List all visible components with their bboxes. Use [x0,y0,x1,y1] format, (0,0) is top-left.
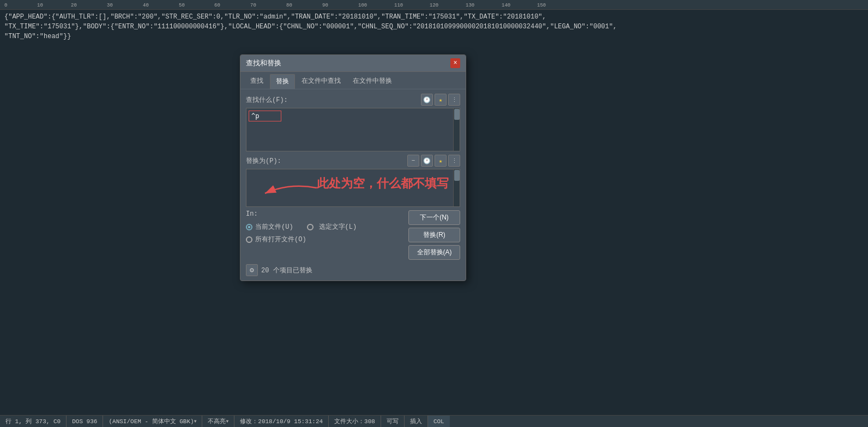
next-button[interactable]: 下一个(N) [408,210,460,225]
ruler-mark: 150 [537,3,546,8]
dialog-close-button[interactable]: × [450,58,460,68]
dialog-body: 查找什么(F): 🕐 ★ ⋮ 替换为(P): − 🕐 ★ ⋮ [240,89,466,280]
ruler: 0 10 20 30 40 50 60 70 80 90 100 110 120… [0,0,868,10]
ruler-mark: 10 [37,3,43,8]
dialog-tabs: 查找 替换 在文件中查找 在文件中替换 [240,72,466,89]
find-what-row: 查找什么(F): 🕐 ★ ⋮ [246,94,460,106]
radio-current-file-label: 当前文件(U) [255,222,293,231]
replace-scrollbar-thumb [454,170,460,181]
radio-all-files[interactable]: 所有打开文件(O) [246,235,357,244]
status-insert-mode: 插入 [405,416,428,427]
tab-replace[interactable]: 替换 [270,74,295,89]
replace-with-label: 替换为(P): [246,156,290,166]
replace-all-button[interactable]: 全部替换(A) [408,245,460,260]
ruler-mark: 80 [286,3,292,8]
status-highlight[interactable]: 不高亮 ▼ [202,416,234,427]
find-history-button[interactable]: 🕐 [421,94,433,106]
status-position: 行 1, 列 373, C0 [0,416,67,427]
code-line-3: "TNT_NO":"head"}} [4,32,864,41]
radio-selected-text-label: 选定文字(L) [319,222,357,231]
code-line-2: "TX_TIME":"175031"},"BODY":{"ENTR_NO":"1… [4,22,864,32]
find-what-label: 查找什么(F): [246,95,290,105]
replace-with-row: 替换为(P): − 🕐 ★ ⋮ [246,155,460,167]
replace-icons: − 🕐 ★ ⋮ [407,155,460,167]
gear-icon[interactable]: ⚙ [246,264,258,276]
status-bar: 行 1, 列 373, C0 DOS 936 (ANSI/OEM - 简体中文 … [0,415,868,427]
ruler-mark: 120 [430,3,438,8]
ruler-mark: 40 [143,3,149,8]
radio-group: 当前文件(U) 选定文字(L) 所有打开文件(O) [246,222,357,244]
in-section: In: 当前文件(U) 选定文字(L) 所有打开文件(O) 下一 [246,210,460,260]
status-filesize: 文件大小：308 [329,416,381,427]
find-options-button[interactable]: ⋮ [448,94,460,106]
ruler-mark: 50 [179,3,185,8]
ruler-mark: 90 [322,3,328,8]
replace-area-wrapper: 此处为空，什么都不填写 [246,169,460,207]
dialog-titlebar: 查找和替换 × [240,55,466,72]
tab-find[interactable]: 查找 [245,74,269,89]
status-writable: 可写 [381,416,405,427]
charset-dropdown-arrow: ▼ [194,419,197,424]
status-modified: 修改：2018/10/9 15:31:24 [234,416,329,427]
ruler-mark: 110 [394,3,403,8]
radio-current-file-circle[interactable] [246,224,252,230]
find-icons: 🕐 ★ ⋮ [421,94,460,106]
dialog-title: 查找和替换 [246,58,281,68]
status-col: COL [428,416,450,427]
code-line-1: {"APP_HEAD":{"AUTH_TLR":[],"BRCH":"200",… [4,12,864,22]
ruler-mark: 20 [71,3,77,8]
status-charset[interactable]: (ANSI/OEM - 简体中文 GBK) ▼ [103,416,202,427]
find-input-area [246,108,460,151]
dialog-status-row: ⚙ 20 个项目已替换 [246,264,460,276]
dialog-status-text: 20 个项目已替换 [261,266,312,275]
radio-selected-text-circle[interactable] [307,224,314,230]
radio-all-files-circle[interactable] [246,236,252,243]
ruler-mark: 140 [502,3,510,8]
ruler-mark: 70 [250,3,256,8]
ruler-mark: 100 [358,3,367,8]
find-bookmark-button[interactable]: ★ [435,94,447,106]
highlight-dropdown-arrow: ▼ [226,419,228,424]
replace-options-button[interactable]: ⋮ [448,155,460,167]
replace-clear-button[interactable]: − [407,155,419,167]
replace-bookmark-button[interactable]: ★ [435,155,447,167]
find-scrollbar-thumb [454,109,460,120]
ruler-mark: 60 [214,3,220,8]
ruler-mark: 130 [466,3,474,8]
tab-find-in-files[interactable]: 在文件中查找 [296,74,346,89]
find-scrollbar[interactable] [453,108,460,151]
in-label: In: [246,210,260,218]
tab-replace-in-files[interactable]: 在文件中替换 [347,74,397,89]
find-input[interactable] [249,111,281,121]
find-replace-dialog: 查找和替换 × 查找 替换 在文件中查找 在文件中替换 查找什么(F): 🕐 ★… [240,54,466,281]
replace-button[interactable]: 替换(R) [408,228,460,242]
radio-all-files-label: 所有打开文件(O) [255,235,306,244]
replace-history-button[interactable]: 🕐 [421,155,433,167]
radio-current-file[interactable]: 当前文件(U) 选定文字(L) [246,222,357,231]
replace-input-area [246,169,460,207]
action-buttons: 下一个(N) 替换(R) 全部替换(A) [408,210,460,260]
ruler-mark: 30 [107,3,113,8]
replace-scrollbar[interactable] [453,169,460,206]
status-encoding: DOS 936 [67,416,103,427]
ruler-mark: 0 [4,3,7,8]
